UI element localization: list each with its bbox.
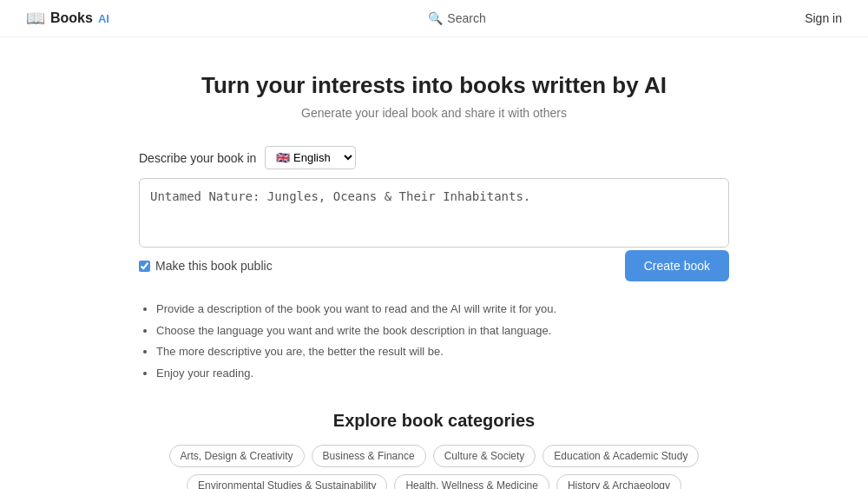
category-tag[interactable]: Education & Academic Study <box>542 445 699 467</box>
book-icon: 📖 <box>26 9 45 28</box>
category-tag[interactable]: Arts, Design & Creativity <box>169 445 305 467</box>
categories-container: Arts, Design & CreativityBusiness & Fina… <box>139 445 729 489</box>
tip-1: Provide a description of the book you wa… <box>156 299 729 320</box>
create-book-button[interactable]: Create book <box>625 250 729 281</box>
logo-ai-text: AI <box>98 12 109 25</box>
description-textarea[interactable]: Untamed Nature: Jungles, Oceans & Their … <box>139 178 729 248</box>
category-tag[interactable]: Health, Wellness & Medicine <box>394 474 549 489</box>
search-label: Search <box>447 11 485 25</box>
hero-title: Turn your interests into books written b… <box>139 72 729 99</box>
tip-3: The more descriptive you are, the better… <box>156 341 729 363</box>
header: 📖 Books AI 🔍 Search Sign in <box>0 0 868 37</box>
category-tag[interactable]: Culture & Society <box>433 445 536 467</box>
describe-label: Describe your book in <box>139 151 256 165</box>
search-icon: 🔍 <box>428 11 443 25</box>
signin-link[interactable]: Sign in <box>805 11 842 25</box>
header-right: Sign in <box>805 11 842 25</box>
public-checkbox-row: Make this book public <box>139 259 273 273</box>
language-row: Describe your book in 🇬🇧 English 🇩🇪 Germ… <box>139 146 729 169</box>
tips-list: Provide a description of the book you wa… <box>139 299 729 385</box>
category-tag[interactable]: Environmental Studies & Sustainability <box>187 474 387 489</box>
book-form: Describe your book in 🇬🇧 English 🇩🇪 Germ… <box>139 146 729 281</box>
public-checkbox-label: Make this book public <box>155 259 273 273</box>
category-tag[interactable]: History & Archaeology <box>556 474 681 489</box>
language-select[interactable]: 🇬🇧 English 🇩🇪 German 🇫🇷 French 🇪🇸 Spanis… <box>265 146 356 169</box>
logo-text: Books <box>50 10 93 26</box>
hero-subtitle: Generate your ideal book and share it wi… <box>139 106 729 120</box>
public-checkbox[interactable] <box>139 261 150 272</box>
tip-4: Enjoy your reading. <box>156 363 729 385</box>
categories-title: Explore book categories <box>139 411 729 431</box>
search-nav[interactable]: 🔍 Search <box>428 11 485 25</box>
category-tag[interactable]: Business & Finance <box>312 445 426 467</box>
logo[interactable]: 📖 Books AI <box>26 9 109 28</box>
tip-2: Choose the language you want and write t… <box>156 320 729 342</box>
main-content: Turn your interests into books written b… <box>122 37 746 489</box>
form-footer: Make this book public Create book <box>139 250 729 281</box>
